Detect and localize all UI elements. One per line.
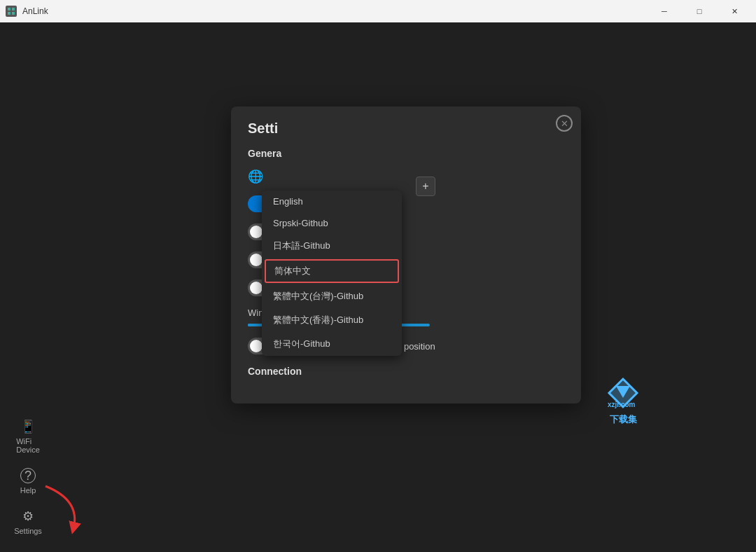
close-button[interactable]: ✕ [718,0,750,22]
help-label: Help [20,486,36,495]
svg-rect-3 [12,12,15,15]
window-controls: ─ □ ✕ [648,0,750,22]
modal-close-button[interactable]: ✕ [556,115,573,132]
main-area: ✕ Setti Genera 🌐 English Srpski-Github 日… [0,22,756,552]
lang-option-srpski[interactable]: Srpski-Github [262,212,402,234]
svg-rect-2 [8,12,10,15]
lang-option-english[interactable]: English [262,191,402,212]
modal-title: Setti [248,120,564,137]
sidebar-item-wifi[interactable]: 📱 WiFiDevice [3,413,53,460]
add-language-button[interactable]: + [416,177,435,196]
svg-text:xzji.com: xzji.com [608,401,636,408]
connection-section: Connection [248,366,564,377]
toggle-stay-on-top-knob [250,254,262,266]
watermark-logo-svg: xzji.com [602,375,644,410]
toggle-remember-knob [250,340,262,352]
lang-option-simplified-chinese[interactable]: 简体中文 [265,259,399,283]
minimize-button[interactable]: ─ [648,0,680,22]
settings-modal: ✕ Setti Genera 🌐 English Srpski-Github 日… [231,106,581,403]
svg-rect-1 [12,8,15,11]
title-bar: AnLink ─ □ ✕ [0,0,756,22]
wifi-label: WiFiDevice [16,437,40,454]
lang-option-japanese[interactable]: 日本語-Github [262,234,402,258]
language-row: 🌐 English Srpski-Github 日本語-Github 简体中文 … [248,169,564,184]
arrow-svg [38,479,94,535]
app-title: AnLink [22,6,48,16]
watermark-text-row: 下载集 [610,413,637,426]
settings-label: Settings [14,527,42,535]
lang-option-traditional-chinese-tw[interactable]: 繁體中文(台灣)-Github [262,284,402,308]
maximize-button[interactable]: □ [683,0,715,22]
lang-option-korean[interactable]: 한국어-Github [262,332,402,356]
wifi-icon: 📱 [20,419,36,434]
language-dropdown: English Srpski-Github 日本語-Github 简体中文 繁體… [262,191,402,356]
settings-icon: ⚙ [22,509,34,524]
app-icon [6,6,17,17]
toggle-2-knob [250,226,262,238]
lang-option-traditional-chinese-hk[interactable]: 繁體中文(香港)-Github [262,308,402,332]
language-icon: 🌐 [248,169,263,184]
section-connection-label: Connection [248,366,564,377]
arrow-annotation [38,479,94,538]
help-icon: ? [20,468,36,483]
section-general-label: Genera [248,148,564,159]
toggle-shrink-knob [250,282,262,294]
watermark-brand: 下载集 [610,413,637,426]
title-bar-left: AnLink [6,6,48,17]
svg-rect-0 [8,8,10,11]
watermark: xzji.com 下载集 [602,375,644,426]
